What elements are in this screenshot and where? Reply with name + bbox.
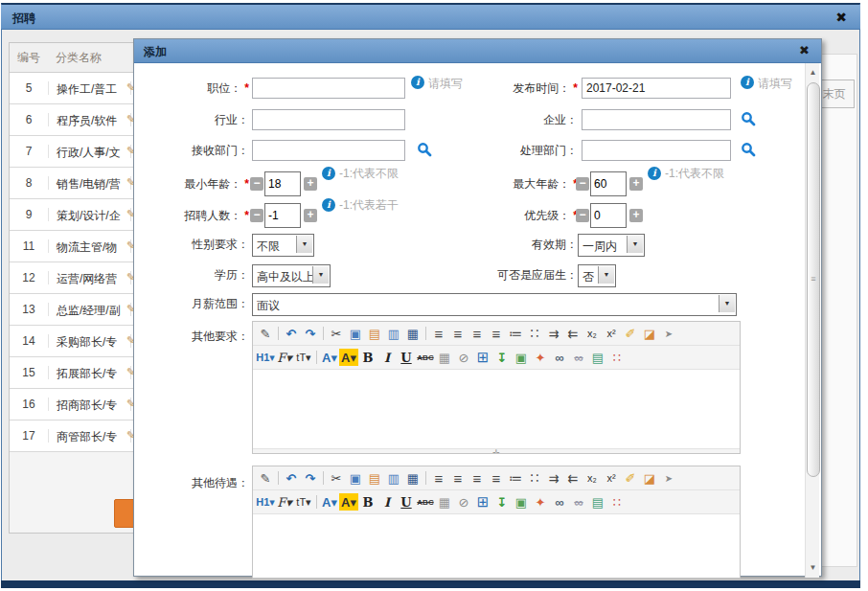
select-all-icon[interactable]: ➤: [659, 325, 678, 342]
source-icon[interactable]: ✎: [256, 469, 275, 487]
font-size-icon[interactable]: tT▾: [294, 349, 313, 366]
align-center-icon[interactable]: ≡: [448, 325, 468, 342]
paste-icon[interactable]: ▤: [365, 469, 384, 487]
other-benefits-editor-body[interactable]: [253, 514, 740, 579]
minus-stepper-icon[interactable]: −: [250, 209, 263, 222]
quick-format-icon[interactable]: ◪: [640, 325, 659, 342]
underline-icon[interactable]: U: [397, 349, 416, 366]
select-all-icon[interactable]: ➤: [659, 469, 678, 487]
unordered-list-icon[interactable]: ∷: [525, 469, 544, 487]
scrollbar-thumb[interactable]: ≡: [807, 82, 820, 477]
redo-icon[interactable]: ↷: [301, 469, 320, 487]
outdent-icon[interactable]: ⇇: [563, 325, 582, 342]
indent-icon[interactable]: ⇉: [544, 325, 563, 342]
eraser-icon[interactable]: ⊘: [454, 349, 473, 366]
validity-select[interactable]: 一周内 ▼: [578, 234, 645, 257]
dotted-grid-icon[interactable]: ▦: [435, 493, 454, 511]
link-icon[interactable]: ∞: [550, 493, 569, 511]
subscript-icon[interactable]: x₂: [582, 469, 602, 487]
unordered-list-icon[interactable]: ∷: [525, 325, 544, 342]
text-color-icon[interactable]: A▾: [320, 349, 339, 366]
link-icon[interactable]: ∞: [550, 349, 569, 366]
align-right-icon[interactable]: ≡: [468, 469, 487, 487]
scroll-down-icon[interactable]: ▼: [806, 560, 820, 576]
flash-icon[interactable]: ✦: [531, 349, 550, 366]
undo-icon[interactable]: ↶: [282, 325, 301, 342]
media-icon[interactable]: ▤: [588, 493, 607, 511]
image-icon[interactable]: ▣: [512, 493, 531, 511]
other-requirements-editor-body[interactable]: [253, 370, 740, 448]
education-select[interactable]: 高中及以上 ▼: [252, 264, 331, 287]
priority-input[interactable]: [590, 203, 627, 228]
eraser-icon[interactable]: ⊘: [454, 493, 473, 511]
search-icon[interactable]: [741, 111, 756, 126]
minus-stepper-icon[interactable]: −: [576, 209, 589, 222]
ordered-list-icon[interactable]: ≔: [506, 325, 525, 342]
gender-select[interactable]: 不限 ▼: [252, 234, 314, 257]
bold-icon[interactable]: B: [358, 349, 377, 366]
dialog-close-icon[interactable]: ✖: [799, 43, 810, 57]
dotted-grid-icon[interactable]: ▦: [435, 349, 454, 366]
unlink-icon[interactable]: ∞: [569, 349, 588, 366]
paste-as-text-icon[interactable]: ▥: [384, 469, 403, 487]
enterprise-input[interactable]: [582, 109, 731, 130]
strikethrough-icon[interactable]: ABC: [416, 349, 435, 366]
italic-icon[interactable]: I: [377, 493, 397, 511]
max-age-input[interactable]: [590, 171, 627, 196]
recruit-count-input[interactable]: [264, 203, 301, 228]
align-center-icon[interactable]: ≡: [448, 469, 468, 487]
undo-icon[interactable]: ↶: [282, 469, 301, 487]
paste-from-word-icon[interactable]: ▦: [403, 469, 423, 487]
quick-format-icon[interactable]: ◪: [640, 469, 659, 487]
receive-dept-input[interactable]: [252, 140, 405, 161]
copy-icon[interactable]: ▣: [346, 325, 365, 342]
image-icon[interactable]: ▣: [512, 349, 531, 366]
search-icon[interactable]: [417, 142, 432, 157]
fullscreen-icon[interactable]: ∷: [607, 493, 627, 511]
plus-stepper-icon[interactable]: +: [629, 177, 643, 191]
indent-icon[interactable]: ⇉: [544, 469, 563, 487]
redo-icon[interactable]: ↷: [301, 325, 320, 342]
paste-icon[interactable]: ▤: [365, 325, 384, 342]
minus-stepper-icon[interactable]: −: [250, 177, 263, 191]
insert-hr-icon[interactable]: ↧: [492, 493, 512, 511]
align-left-icon[interactable]: ≡: [429, 469, 448, 487]
plus-stepper-icon[interactable]: +: [304, 209, 317, 222]
justify-icon[interactable]: ≡: [487, 469, 506, 487]
fresh-graduate-select[interactable]: 否 ▼: [578, 264, 616, 287]
highlight-color-icon[interactable]: A▾: [339, 493, 358, 511]
align-left-icon[interactable]: ≡: [429, 325, 448, 342]
minus-stepper-icon[interactable]: −: [576, 177, 589, 191]
industry-input[interactable]: [252, 109, 405, 130]
plus-stepper-icon[interactable]: +: [304, 177, 317, 191]
ordered-list-icon[interactable]: ≔: [506, 469, 525, 487]
unlink-icon[interactable]: ∞: [569, 493, 588, 511]
format-brush-icon[interactable]: ✐: [621, 325, 640, 342]
superscript-icon[interactable]: x²: [602, 469, 621, 487]
underline-icon[interactable]: U: [397, 493, 416, 511]
media-icon[interactable]: ▤: [588, 349, 607, 366]
publish-time-input[interactable]: [582, 78, 731, 99]
source-icon[interactable]: ✎: [256, 325, 275, 342]
salary-range-select[interactable]: 面议 ▼: [252, 293, 737, 316]
align-right-icon[interactable]: ≡: [468, 325, 487, 342]
plus-stepper-icon[interactable]: +: [629, 209, 643, 222]
table-icon[interactable]: ⊞: [473, 349, 492, 366]
strikethrough-icon[interactable]: ABC: [416, 493, 435, 511]
justify-icon[interactable]: ≡: [487, 325, 506, 342]
table-icon[interactable]: ⊞: [473, 493, 492, 511]
subscript-icon[interactable]: x₂: [582, 325, 602, 342]
min-age-input[interactable]: [264, 171, 301, 196]
paste-from-word-icon[interactable]: ▦: [403, 325, 423, 342]
cut-icon[interactable]: ✂: [327, 469, 346, 487]
scroll-up-icon[interactable]: ▲: [806, 65, 820, 80]
cut-icon[interactable]: ✂: [327, 325, 346, 342]
italic-icon[interactable]: I: [377, 349, 397, 366]
close-icon[interactable]: ✖: [835, 10, 847, 25]
position-input[interactable]: [252, 78, 405, 99]
heading-icon[interactable]: H1▾: [256, 349, 275, 366]
outdent-icon[interactable]: ⇇: [563, 469, 582, 487]
font-family-icon[interactable]: F▾: [275, 349, 294, 366]
bold-icon[interactable]: B: [358, 493, 377, 511]
paste-as-text-icon[interactable]: ▥: [384, 325, 403, 342]
